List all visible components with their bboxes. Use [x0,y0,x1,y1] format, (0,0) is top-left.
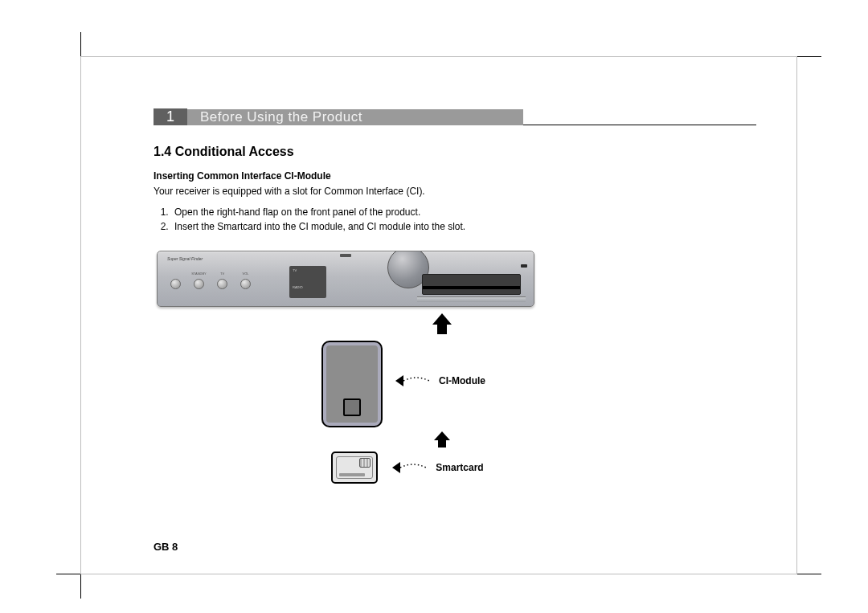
section-number: 1.4 [154,145,171,158]
intro-text: Your receiver is equipped with a slot fo… [154,185,724,198]
manual-page: 1 Before Using the Product 1.4 Condition… [0,0,868,613]
step-item: Insert the Smartcard into the CI module,… [171,219,724,235]
page-number: GB 8 [154,541,178,553]
knob-icon: STANDBY [194,279,204,289]
arrow-up-icon [432,431,452,448]
receiver-brand: Super Signal Finder [167,256,203,261]
steps-list: Open the right-hand flap on the front pa… [154,205,724,235]
ci-slot-area [417,263,526,300]
ci-slot-icon [422,274,521,295]
chapter-title: Before Using the Product [187,109,523,125]
knob-icon [170,279,181,289]
smartcard-illustration [331,452,378,484]
receiver-illustration: Super Signal Finder STANDBY TV VOL TV RA… [157,251,534,307]
ci-module-row: CI-Module [215,341,592,427]
instruction-diagram: Super Signal Finder STANDBY TV VOL TV RA… [157,251,534,484]
arrow-up-icon [430,312,454,336]
smartcard-label: Smartcard [436,462,483,473]
page-content: 1 Before Using the Product 1.4 Condition… [80,56,797,574]
chapter-number: 1 [154,108,187,125]
step-item: Open the right-hand flap on the front pa… [171,205,724,220]
top-slot-icon [340,254,351,257]
ci-module-illustration [321,341,383,427]
knob-area: STANDBY TV VOL [170,279,251,289]
chip-icon [359,458,371,468]
knob-icon: VOL [240,279,251,289]
callout-pointer: CI-Module [394,371,485,390]
section-title: 1.4 Conditional Access [154,145,724,159]
mid-panel: TV RADIO [289,266,326,298]
ci-module-hole-icon [343,398,361,416]
knob-icon: TV [217,279,227,289]
smartcard-row: Smartcard [219,452,596,484]
ci-module-label: CI-Module [439,375,485,386]
subsection-title: Inserting Common Interface CI-Module [154,170,724,182]
callout-pointer: Smartcard [391,458,483,477]
chapter-header: 1 Before Using the Product [81,104,756,125]
section-heading: Conditional Access [175,145,294,158]
